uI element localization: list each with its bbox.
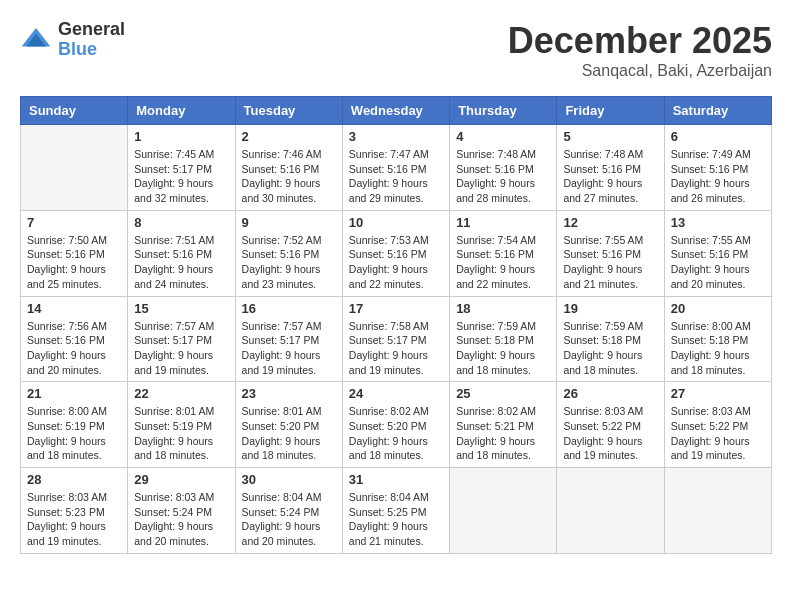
day-number: 17	[349, 301, 443, 316]
location: Sanqacal, Baki, Azerbaijan	[508, 62, 772, 80]
day-number: 11	[456, 215, 550, 230]
week-row-1: 1Sunrise: 7:45 AMSunset: 5:17 PMDaylight…	[21, 125, 772, 211]
header-day-monday: Monday	[128, 97, 235, 125]
calendar-cell: 3Sunrise: 7:47 AMSunset: 5:16 PMDaylight…	[342, 125, 449, 211]
calendar-cell: 20Sunrise: 8:00 AMSunset: 5:18 PMDayligh…	[664, 296, 771, 382]
day-info: Sunrise: 7:59 AMSunset: 5:18 PMDaylight:…	[563, 319, 657, 378]
calendar-body: 1Sunrise: 7:45 AMSunset: 5:17 PMDaylight…	[21, 125, 772, 554]
calendar-cell: 1Sunrise: 7:45 AMSunset: 5:17 PMDaylight…	[128, 125, 235, 211]
day-info: Sunrise: 7:48 AMSunset: 5:16 PMDaylight:…	[456, 147, 550, 206]
day-number: 26	[563, 386, 657, 401]
day-info: Sunrise: 7:46 AMSunset: 5:16 PMDaylight:…	[242, 147, 336, 206]
day-info: Sunrise: 8:00 AMSunset: 5:19 PMDaylight:…	[27, 404, 121, 463]
day-number: 16	[242, 301, 336, 316]
calendar-cell: 21Sunrise: 8:00 AMSunset: 5:19 PMDayligh…	[21, 382, 128, 468]
logo-blue: Blue	[58, 40, 125, 60]
calendar-cell	[557, 468, 664, 554]
calendar-cell: 16Sunrise: 7:57 AMSunset: 5:17 PMDayligh…	[235, 296, 342, 382]
week-row-5: 28Sunrise: 8:03 AMSunset: 5:23 PMDayligh…	[21, 468, 772, 554]
day-number: 30	[242, 472, 336, 487]
header-day-wednesday: Wednesday	[342, 97, 449, 125]
week-row-2: 7Sunrise: 7:50 AMSunset: 5:16 PMDaylight…	[21, 210, 772, 296]
day-info: Sunrise: 8:03 AMSunset: 5:22 PMDaylight:…	[563, 404, 657, 463]
day-info: Sunrise: 8:03 AMSunset: 5:22 PMDaylight:…	[671, 404, 765, 463]
day-number: 12	[563, 215, 657, 230]
calendar-table: SundayMondayTuesdayWednesdayThursdayFrid…	[20, 96, 772, 554]
day-info: Sunrise: 8:01 AMSunset: 5:20 PMDaylight:…	[242, 404, 336, 463]
day-info: Sunrise: 7:55 AMSunset: 5:16 PMDaylight:…	[563, 233, 657, 292]
day-number: 7	[27, 215, 121, 230]
day-number: 13	[671, 215, 765, 230]
day-info: Sunrise: 8:04 AMSunset: 5:24 PMDaylight:…	[242, 490, 336, 549]
month-title: December 2025	[508, 20, 772, 62]
day-info: Sunrise: 7:52 AMSunset: 5:16 PMDaylight:…	[242, 233, 336, 292]
calendar-cell: 29Sunrise: 8:03 AMSunset: 5:24 PMDayligh…	[128, 468, 235, 554]
calendar-cell: 2Sunrise: 7:46 AMSunset: 5:16 PMDaylight…	[235, 125, 342, 211]
logo: General Blue	[20, 20, 125, 60]
day-info: Sunrise: 7:58 AMSunset: 5:17 PMDaylight:…	[349, 319, 443, 378]
calendar-cell: 22Sunrise: 8:01 AMSunset: 5:19 PMDayligh…	[128, 382, 235, 468]
day-info: Sunrise: 8:00 AMSunset: 5:18 PMDaylight:…	[671, 319, 765, 378]
header-day-saturday: Saturday	[664, 97, 771, 125]
calendar-cell: 30Sunrise: 8:04 AMSunset: 5:24 PMDayligh…	[235, 468, 342, 554]
header-row: SundayMondayTuesdayWednesdayThursdayFrid…	[21, 97, 772, 125]
calendar-cell: 26Sunrise: 8:03 AMSunset: 5:22 PMDayligh…	[557, 382, 664, 468]
day-number: 18	[456, 301, 550, 316]
calendar-cell	[664, 468, 771, 554]
day-number: 2	[242, 129, 336, 144]
day-number: 22	[134, 386, 228, 401]
day-number: 24	[349, 386, 443, 401]
week-row-4: 21Sunrise: 8:00 AMSunset: 5:19 PMDayligh…	[21, 382, 772, 468]
calendar-cell: 15Sunrise: 7:57 AMSunset: 5:17 PMDayligh…	[128, 296, 235, 382]
day-info: Sunrise: 7:48 AMSunset: 5:16 PMDaylight:…	[563, 147, 657, 206]
calendar-cell: 5Sunrise: 7:48 AMSunset: 5:16 PMDaylight…	[557, 125, 664, 211]
header-day-thursday: Thursday	[450, 97, 557, 125]
day-info: Sunrise: 8:02 AMSunset: 5:20 PMDaylight:…	[349, 404, 443, 463]
day-number: 6	[671, 129, 765, 144]
header-day-sunday: Sunday	[21, 97, 128, 125]
calendar-cell: 9Sunrise: 7:52 AMSunset: 5:16 PMDaylight…	[235, 210, 342, 296]
calendar-cell: 11Sunrise: 7:54 AMSunset: 5:16 PMDayligh…	[450, 210, 557, 296]
calendar-cell: 23Sunrise: 8:01 AMSunset: 5:20 PMDayligh…	[235, 382, 342, 468]
day-info: Sunrise: 7:56 AMSunset: 5:16 PMDaylight:…	[27, 319, 121, 378]
day-info: Sunrise: 8:03 AMSunset: 5:24 PMDaylight:…	[134, 490, 228, 549]
calendar-cell: 17Sunrise: 7:58 AMSunset: 5:17 PMDayligh…	[342, 296, 449, 382]
page-header: General Blue December 2025 Sanqacal, Bak…	[20, 20, 772, 80]
calendar-cell: 13Sunrise: 7:55 AMSunset: 5:16 PMDayligh…	[664, 210, 771, 296]
day-info: Sunrise: 7:53 AMSunset: 5:16 PMDaylight:…	[349, 233, 443, 292]
calendar-cell: 25Sunrise: 8:02 AMSunset: 5:21 PMDayligh…	[450, 382, 557, 468]
calendar-cell: 7Sunrise: 7:50 AMSunset: 5:16 PMDaylight…	[21, 210, 128, 296]
day-info: Sunrise: 7:47 AMSunset: 5:16 PMDaylight:…	[349, 147, 443, 206]
day-number: 9	[242, 215, 336, 230]
calendar-cell: 31Sunrise: 8:04 AMSunset: 5:25 PMDayligh…	[342, 468, 449, 554]
calendar-header: SundayMondayTuesdayWednesdayThursdayFrid…	[21, 97, 772, 125]
week-row-3: 14Sunrise: 7:56 AMSunset: 5:16 PMDayligh…	[21, 296, 772, 382]
logo-general: General	[58, 20, 125, 40]
calendar-cell: 27Sunrise: 8:03 AMSunset: 5:22 PMDayligh…	[664, 382, 771, 468]
calendar-cell: 8Sunrise: 7:51 AMSunset: 5:16 PMDaylight…	[128, 210, 235, 296]
header-day-tuesday: Tuesday	[235, 97, 342, 125]
day-number: 8	[134, 215, 228, 230]
logo-icon	[20, 24, 52, 56]
calendar-cell: 18Sunrise: 7:59 AMSunset: 5:18 PMDayligh…	[450, 296, 557, 382]
day-number: 10	[349, 215, 443, 230]
day-info: Sunrise: 7:49 AMSunset: 5:16 PMDaylight:…	[671, 147, 765, 206]
day-info: Sunrise: 8:01 AMSunset: 5:19 PMDaylight:…	[134, 404, 228, 463]
calendar-cell: 10Sunrise: 7:53 AMSunset: 5:16 PMDayligh…	[342, 210, 449, 296]
day-info: Sunrise: 7:57 AMSunset: 5:17 PMDaylight:…	[134, 319, 228, 378]
day-number: 20	[671, 301, 765, 316]
calendar-cell: 12Sunrise: 7:55 AMSunset: 5:16 PMDayligh…	[557, 210, 664, 296]
calendar-cell: 28Sunrise: 8:03 AMSunset: 5:23 PMDayligh…	[21, 468, 128, 554]
day-number: 23	[242, 386, 336, 401]
day-number: 25	[456, 386, 550, 401]
calendar-cell: 14Sunrise: 7:56 AMSunset: 5:16 PMDayligh…	[21, 296, 128, 382]
day-number: 29	[134, 472, 228, 487]
day-number: 31	[349, 472, 443, 487]
title-block: December 2025 Sanqacal, Baki, Azerbaijan	[508, 20, 772, 80]
calendar-cell: 6Sunrise: 7:49 AMSunset: 5:16 PMDaylight…	[664, 125, 771, 211]
calendar-cell: 24Sunrise: 8:02 AMSunset: 5:20 PMDayligh…	[342, 382, 449, 468]
logo-text: General Blue	[58, 20, 125, 60]
day-info: Sunrise: 7:55 AMSunset: 5:16 PMDaylight:…	[671, 233, 765, 292]
day-number: 27	[671, 386, 765, 401]
day-number: 4	[456, 129, 550, 144]
